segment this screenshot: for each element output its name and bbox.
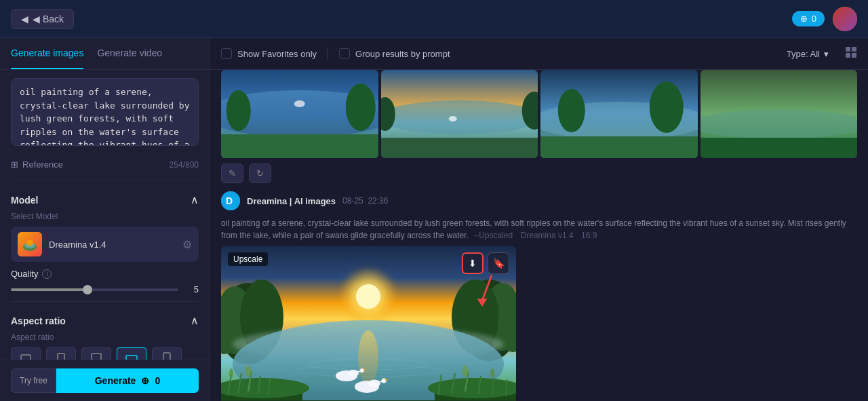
sidebar: Generate images Generate video oil paint… (0, 38, 210, 401)
group-results-item[interactable]: Group results by prompt (339, 48, 450, 59)
back-icon: ◀ (21, 14, 28, 24)
show-favorites-label: Show Favorites only (237, 49, 317, 59)
quality-slider[interactable] (11, 288, 178, 291)
quality-slider-row: 5 (11, 284, 199, 294)
strip-image-4[interactable] (701, 70, 858, 158)
upscaled-label: --Upscaled (473, 231, 513, 240)
try-free-badge[interactable]: Try free (11, 368, 56, 393)
svg-rect-6 (92, 354, 101, 360)
image-strip (221, 70, 857, 158)
avatar[interactable] (833, 7, 857, 31)
svg-rect-12 (852, 53, 856, 58)
ar-btn-2[interactable] (46, 347, 76, 360)
grid-view-button[interactable] (845, 46, 857, 61)
credits-icon: ⊕ (800, 14, 808, 24)
group-results-checkbox[interactable] (339, 48, 350, 59)
reference-button[interactable]: ⊞ Reference (11, 159, 63, 170)
strip-image-2[interactable] (381, 70, 538, 158)
svg-point-32 (701, 109, 858, 139)
svg-rect-28 (540, 136, 698, 158)
model-row[interactable]: Dreamina v1.4 ⚙ (11, 227, 199, 262)
type-chevron-icon: ▾ (824, 49, 829, 59)
model-section-title: Model (11, 195, 38, 206)
strip-image-1[interactable] (221, 70, 378, 158)
divider-2 (11, 301, 199, 302)
model-settings-icon[interactable]: ⚙ (182, 238, 192, 251)
svg-point-20 (381, 100, 538, 134)
main-image-container: Upscale ⬇ 🔖 (221, 246, 516, 401)
type-filter-label: Type: All (787, 49, 820, 59)
svg-rect-33 (701, 138, 858, 158)
download-button[interactable]: ⬇ (462, 252, 484, 274)
svg-point-60 (382, 379, 387, 383)
tab-generate-images[interactable]: Generate images (11, 38, 83, 69)
ar-btn-1[interactable] (11, 347, 41, 360)
ar-btn-3[interactable] (81, 347, 111, 360)
svg-point-79 (490, 368, 494, 378)
group-results-label: Group results by prompt (355, 49, 450, 59)
aspect-ratio-sublabel: Aspect ratio (11, 332, 199, 342)
svg-point-68 (245, 366, 251, 377)
type-filter[interactable]: Type: All ▾ (787, 49, 829, 59)
svg-point-40 (356, 284, 380, 309)
action-bar-small: ✎ ↻ (221, 164, 857, 183)
chevron-up-icon: ∧ (191, 193, 199, 206)
reference-row: ⊞ Reference 254/800 (11, 155, 199, 174)
model-thumbnail (18, 232, 42, 256)
svg-point-29 (558, 89, 585, 132)
generate-label: Generate (95, 375, 136, 386)
ar-btn-5[interactable] (152, 347, 182, 360)
credits-count: 0 (812, 14, 816, 24)
generate-button[interactable]: Generate ⊕ 0 (56, 368, 199, 393)
model-section-header[interactable]: Model ∧ (11, 188, 199, 212)
svg-point-25 (448, 116, 456, 121)
ar-btn-4[interactable] (117, 347, 146, 360)
show-favorites-checkbox[interactable] (221, 48, 232, 59)
quality-label: Quality (11, 269, 38, 279)
show-favorites-item[interactable]: Show Favorites only (221, 48, 317, 59)
image-action-buttons: ⬇ 🔖 (462, 252, 509, 274)
svg-rect-4 (21, 355, 31, 360)
svg-line-36 (482, 276, 492, 301)
model-label: Dreamina v1.4 (521, 231, 574, 240)
prompt-info-bar: D Dreamina | AI images 08-25 22:36 (221, 191, 857, 210)
credits-value: 0 (155, 375, 160, 386)
aspect-ratio-section-header[interactable]: Aspect ratio ∧ (11, 309, 199, 332)
edit-btn-small[interactable]: ✎ (221, 164, 243, 183)
avatar-image (833, 7, 857, 31)
divider-1 (11, 180, 199, 181)
svg-text:D: D (226, 195, 233, 206)
try-free-label: Try free (20, 376, 47, 385)
reference-label: Reference (22, 159, 63, 170)
tab-generate-video[interactable]: Generate video (97, 38, 162, 69)
svg-rect-21 (381, 138, 538, 158)
image-icon: ⊞ (11, 159, 18, 170)
red-arrow (469, 273, 496, 307)
strip-image-3[interactable] (540, 70, 698, 158)
svg-point-78 (462, 366, 468, 377)
prompt-input[interactable]: oil painting of a serene, crystal-clear … (11, 78, 199, 146)
slider-fill (11, 288, 86, 291)
ratio-label: 16:9 (581, 231, 597, 240)
sidebar-tabs: Generate images Generate video (0, 38, 210, 70)
aspect-ratio-buttons (11, 347, 199, 360)
svg-point-17 (346, 83, 376, 131)
quality-section: Quality i 5 (11, 269, 199, 294)
back-button[interactable]: ◀ ◀ Back (11, 9, 74, 29)
refresh-btn-small[interactable]: ↻ (249, 164, 271, 183)
content-scroll: ✎ ↻ D Dreamina | AI images 08-25 22:36 o… (210, 70, 868, 401)
svg-marker-37 (477, 299, 488, 307)
svg-point-18 (294, 100, 305, 107)
svg-rect-11 (846, 53, 850, 58)
svg-rect-5 (58, 354, 64, 360)
select-model-label: Select Model (11, 212, 199, 221)
svg-rect-8 (163, 353, 170, 360)
upscale-badge: Upscale (228, 252, 268, 266)
toolbar-separator-1 (328, 47, 328, 60)
credits-badge[interactable]: ⊕ 0 (792, 11, 825, 26)
svg-rect-15 (221, 134, 378, 158)
credits-icon-btn: ⊕ (141, 375, 149, 386)
slider-thumb (83, 285, 92, 294)
bookmark-button[interactable]: 🔖 (488, 252, 509, 274)
model-name: Dreamina v1.4 (49, 240, 176, 250)
